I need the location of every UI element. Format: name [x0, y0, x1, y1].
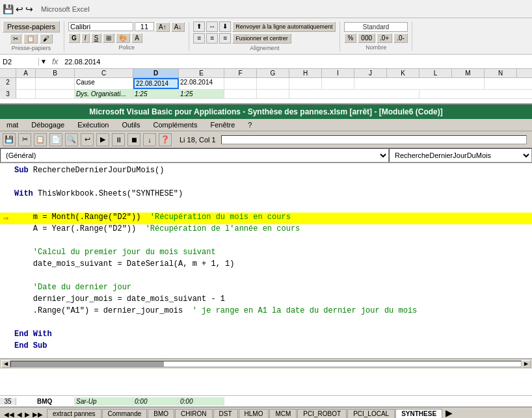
font-size-input[interactable] — [135, 22, 154, 31]
vba-menu-addins[interactable]: Compléments — [147, 119, 204, 131]
cell-d3[interactable]: 1:25 — [133, 90, 179, 98]
vba-reset-btn[interactable]: ⏹ — [127, 133, 140, 146]
increase-font-button[interactable]: A↑ — [155, 22, 170, 32]
align-middle-button[interactable]: ↔ — [206, 21, 218, 32]
vba-menu-debug[interactable]: Débogage — [25, 119, 71, 131]
cell-d2-selected[interactable]: 22.08.2014 — [133, 78, 179, 89]
vba-step-btn[interactable]: ↓ — [143, 133, 156, 146]
tab-first-icon[interactable]: ◀◀ — [3, 411, 16, 418]
vba-save-btn[interactable]: 💾 — [3, 133, 16, 146]
vba-run-btn[interactable]: ▶ — [96, 133, 109, 146]
col-header-g[interactable]: G — [257, 69, 289, 77]
merge-center-button[interactable]: Fusionner et centrer — [232, 33, 291, 44]
cell-rest-2[interactable] — [354, 78, 485, 89]
col-header-k[interactable]: K — [387, 69, 419, 77]
col-header-j[interactable]: J — [354, 69, 387, 77]
vba-horizontal-scrollbar[interactable]: ◀ ▶ — [0, 358, 532, 369]
scroll-left-button[interactable]: ◀ — [1, 360, 10, 368]
vba-break-btn[interactable]: ⏸ — [112, 133, 125, 146]
cell-g2[interactable] — [257, 78, 289, 89]
formula-dropdown[interactable]: ▼ — [39, 58, 48, 65]
sheet-tab-pci-local[interactable]: PCI_LOCAL — [347, 409, 395, 418]
cell-d35[interactable]: 0:00 — [133, 397, 179, 406]
decrease-decimal-button[interactable]: .0- — [393, 33, 408, 43]
vba-procedure-dropdown[interactable]: RechercheDernierJourDuMois — [389, 148, 532, 163]
sheet-tab-extract-pannes[interactable]: extract pannes — [47, 409, 101, 418]
sheet-tab-hlmo[interactable]: HLMO — [239, 409, 269, 418]
sheet-tab-commande[interactable]: Commande — [102, 409, 148, 418]
italic-button[interactable]: I — [81, 33, 90, 43]
col-header-e[interactable]: E — [179, 69, 224, 77]
sheet-tab-pci-robot[interactable]: PCI_ROBOT — [297, 409, 347, 418]
formula-value[interactable]: 22.08.2014 — [62, 58, 532, 66]
format-painter-button[interactable]: 🖌 — [40, 34, 53, 44]
col-header-l[interactable]: L — [419, 69, 452, 77]
border-button[interactable]: ⊞ — [103, 33, 114, 43]
tab-navigation-arrows[interactable]: ◀◀ ◀ ▶ ▶▶ — [0, 411, 47, 418]
cell-c2[interactable]: Cause — [75, 78, 133, 89]
vba-object-dropdown[interactable]: (Général) — [0, 148, 389, 163]
font-color-button[interactable]: A — [131, 33, 142, 43]
cell-c2-pre[interactable] — [36, 78, 75, 89]
scroll-tabs-right-icon[interactable]: ▶ — [446, 408, 453, 418]
fill-color-button[interactable]: 🎨 — [116, 33, 130, 43]
cell-b35[interactable]: BMQ — [36, 397, 75, 406]
cell-e3[interactable]: 1:25 — [179, 90, 224, 98]
cut-button[interactable]: ✂ — [10, 34, 21, 44]
cell-e35[interactable]: 0:00 — [179, 397, 224, 406]
bold-button[interactable]: G — [68, 33, 80, 43]
increase-decimal-button[interactable]: .0+ — [377, 33, 392, 43]
cell-g3[interactable] — [257, 90, 289, 98]
col-header-c[interactable]: C — [75, 69, 133, 77]
save-icon[interactable]: 💾 — [3, 4, 14, 14]
cell-e2[interactable]: 22.08.2014 — [179, 78, 224, 89]
tab-next-icon[interactable]: ▶ — [23, 411, 31, 418]
vba-find-btn[interactable]: 🔍 — [65, 133, 78, 146]
cell-reference-box[interactable]: D2 — [0, 58, 39, 66]
vba-copy-btn[interactable]: 📋 — [34, 133, 47, 146]
cell-b3[interactable] — [16, 90, 36, 98]
vba-menu-format[interactable]: mat — [0, 119, 25, 131]
cell-c3-pre[interactable] — [36, 90, 75, 98]
percent-button[interactable]: % — [344, 33, 356, 43]
vba-undo-btn[interactable]: ↩ — [81, 133, 94, 146]
cell-b2[interactable] — [16, 78, 36, 89]
col-header-d[interactable]: D — [133, 69, 179, 77]
wrap-text-button[interactable]: Renvoyer à la ligne automatiquement — [232, 21, 336, 32]
vba-menu-help[interactable]: ? — [241, 119, 258, 131]
col-header-f[interactable]: F — [224, 69, 257, 77]
vba-cut-btn[interactable]: ✂ — [18, 133, 31, 146]
vba-help-btn[interactable]: ❓ — [159, 133, 172, 146]
sheet-tab-synthese[interactable]: SYNTHESE — [395, 409, 442, 418]
font-name-input[interactable] — [68, 22, 133, 31]
underline-button[interactable]: S — [91, 33, 102, 43]
cell-c3[interactable]: Dys. Organisati... — [75, 90, 133, 98]
cell-h2[interactable] — [289, 78, 322, 89]
col-header-h[interactable]: H — [289, 69, 322, 77]
cell-c35[interactable]: Sar-Up — [75, 397, 133, 406]
cell-i2[interactable] — [322, 78, 354, 89]
vba-menu-tools[interactable]: Outils — [115, 119, 146, 131]
align-top-button[interactable]: ⬆ — [193, 21, 205, 32]
cell-f3[interactable] — [224, 90, 257, 98]
col-header-n[interactable]: N — [485, 69, 517, 77]
paste-button[interactable]: Presse-papiers — [3, 21, 60, 33]
vba-menu-run[interactable]: Exécution — [71, 119, 115, 131]
cell-rest-3[interactable] — [289, 90, 419, 98]
undo-icon[interactable]: ↩ — [16, 4, 23, 14]
quick-access-buttons[interactable]: 💾 ↩ ↪ — [3, 4, 33, 14]
tab-last-icon[interactable]: ▶▶ — [31, 411, 44, 418]
cell-a35[interactable] — [16, 400, 36, 402]
align-left-button[interactable]: ≡ — [193, 33, 205, 44]
number-format-display[interactable]: Standard — [344, 22, 407, 32]
sheet-tab-mcm[interactable]: MCM — [269, 409, 297, 418]
decrease-font-button[interactable]: A↓ — [171, 22, 185, 32]
vba-code-area[interactable]: Sub RechercheDernierJourDuMois() With Th… — [0, 163, 532, 358]
scrollbar-track[interactable] — [10, 361, 522, 367]
align-center-button[interactable]: ≡ — [206, 33, 218, 44]
scroll-right-button[interactable]: ▶ — [522, 360, 531, 368]
align-bottom-button[interactable]: ⬇ — [219, 21, 231, 32]
col-header-m[interactable]: M — [452, 69, 485, 77]
col-header-i[interactable]: I — [322, 69, 354, 77]
sheet-tab-chiron[interactable]: CHIRON — [175, 409, 212, 418]
